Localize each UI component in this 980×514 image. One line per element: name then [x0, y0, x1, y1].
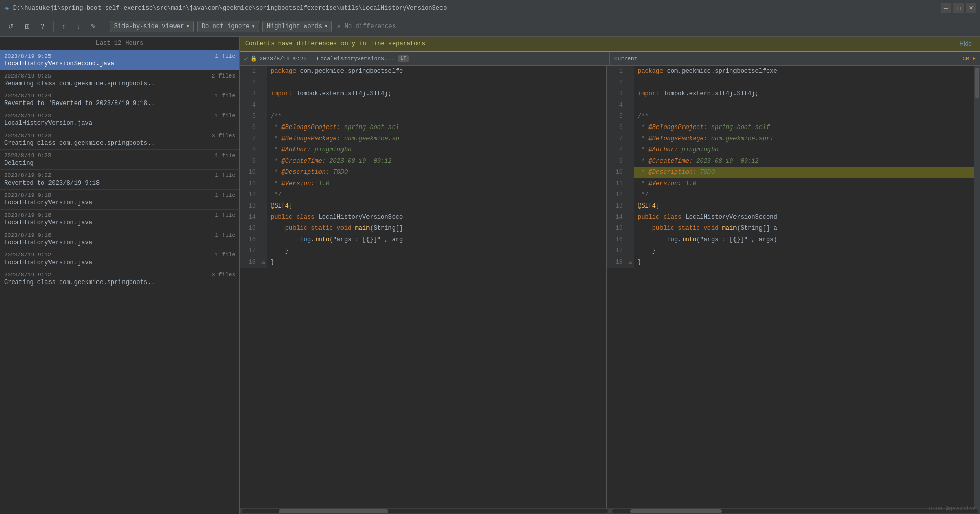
line-number: 4 — [240, 99, 260, 111]
history-panel: Last 12 Hours 2023/8/19 9:25 1 file Loca… — [0, 37, 240, 514]
right-file-name: Current — [614, 56, 638, 62]
history-item-filecount: 3 files — [212, 272, 235, 278]
line-number: 8 — [240, 144, 260, 156]
ignore-dropdown[interactable]: Do not ignore ▼ — [197, 21, 259, 32]
line-gutter — [260, 156, 267, 167]
maximize-button[interactable]: □ — [953, 3, 964, 13]
diff-right-pane: 1 package com.geekmice.springbootselfexe… — [607, 66, 974, 508]
line-number: 1 — [607, 66, 627, 77]
up-arrow-button[interactable]: ↑ — [58, 21, 69, 32]
line-content: /** — [634, 111, 974, 122]
line-content: import lombok.extern.slf4j.Slf4j; — [267, 88, 606, 99]
scroll-divider — [610, 509, 610, 513]
line-number: 3 — [240, 88, 260, 99]
line-gutter — [627, 99, 634, 111]
highlight-chevron-icon: ▼ — [325, 24, 327, 29]
viewer-dropdown[interactable]: Side-by-side viewer ▼ — [110, 21, 194, 32]
line-number: 10 — [607, 167, 627, 178]
line-content: * @CreateTime: 2023-08-19 09:12 — [634, 156, 974, 167]
close-button[interactable]: ✕ — [966, 3, 976, 13]
history-item-meta: 2023/8/19 9:24 1 file — [4, 93, 235, 99]
code-line: 4 — [240, 99, 606, 111]
code-line: 12 */ — [607, 189, 974, 200]
history-item[interactable]: 2023/8/19 9:12 1 file LocalHistoryVersio… — [0, 249, 239, 269]
code-line: 3 import lombok.extern.slf4j.Slf4j; — [240, 88, 606, 99]
line-number: 4 — [607, 99, 627, 111]
history-grid-button[interactable]: ⊞ — [20, 21, 34, 32]
line-gutter — [627, 144, 634, 156]
right-encoding-badge: CRLF — [963, 56, 976, 62]
line-content: import lombok.extern.slf4j.Slf4j; — [634, 88, 974, 99]
horizontal-scrollbar[interactable] — [240, 508, 980, 514]
history-item[interactable]: 2023/8/19 9:16 1 file LocalHistoryVersio… — [0, 210, 239, 229]
left-file-name: 2023/8/19 9:25 - LocalHistoryVersionS... — [259, 56, 394, 62]
line-content: * @CreateTime: 2023-08-19 09:12 — [267, 156, 606, 167]
down-arrow-button[interactable]: ↓ — [72, 21, 84, 32]
history-item[interactable]: 2023/8/19 9:25 1 file LocalHistoryVersio… — [0, 50, 239, 70]
history-item[interactable]: 2023/8/19 9:16 1 file LocalHistoryVersio… — [0, 229, 239, 249]
grid-icon: ⊞ — [24, 23, 30, 30]
line-number: 15 — [240, 223, 260, 234]
line-content: * @BelongsProject: spring-boot-self — [634, 122, 974, 133]
history-item[interactable]: 2023/8/19 9:23 3 files Creating class co… — [0, 130, 239, 150]
diff-scroll-area[interactable]: 1 package com.geekmice.springbootselfe 2… — [240, 66, 974, 508]
history-item[interactable]: 2023/8/19 9:22 1 file Reverted to 2023/8… — [0, 170, 239, 190]
line-content: } — [634, 245, 974, 256]
history-item-meta: 2023/8/19 9:23 3 files — [4, 133, 235, 139]
history-item-filecount: 1 file — [215, 152, 235, 159]
ignore-chevron-icon: ▼ — [252, 24, 255, 29]
pencil-icon: ✎ — [91, 23, 96, 30]
toolbar-sep-1 — [53, 21, 54, 32]
code-line: 14 public class LocalHistoryVersionSeco — [240, 212, 606, 223]
line-number: 15 — [607, 223, 627, 234]
history-item-description: LocalHistoryVersion.java — [4, 259, 235, 266]
main-layout: Last 12 Hours 2023/8/19 9:25 1 file Loca… — [0, 37, 980, 514]
line-content: public class LocalHistoryVersionSeco — [267, 212, 606, 223]
line-gutter — [260, 111, 267, 122]
line-gutter — [627, 133, 634, 144]
line-gutter — [627, 156, 634, 167]
help-button[interactable]: ? — [37, 21, 48, 32]
history-item[interactable]: 2023/8/19 9:23 1 file Deleting — [0, 150, 239, 170]
diff-left-pane: 1 package com.geekmice.springbootselfe 2… — [240, 66, 607, 508]
history-item[interactable]: 2023/8/19 9:25 2 files Renaming class co… — [0, 70, 239, 90]
hide-button[interactable]: Hide — [956, 39, 975, 48]
line-gutter: ⌂ — [627, 256, 634, 268]
history-item-timestamp: 2023/8/19 9:12 — [4, 272, 51, 278]
highlight-dropdown[interactable]: Highlight words ▼ — [262, 21, 332, 32]
line-gutter — [260, 99, 267, 111]
viewer-dropdown-label: Side-by-side viewer — [114, 23, 184, 30]
line-gutter — [260, 200, 267, 212]
minimize-button[interactable]: ─ — [941, 3, 951, 13]
history-item[interactable]: 2023/8/19 9:12 3 files Creating class co… — [0, 269, 239, 289]
up-icon: ↑ — [62, 23, 65, 30]
right-code-area: 1 package com.geekmice.springbootselfexe… — [607, 66, 974, 508]
line-content: * @BelongsPackage: com.geekmice.spri — [634, 133, 974, 144]
line-number: 9 — [240, 156, 260, 167]
line-number: 7 — [240, 133, 260, 144]
back-button[interactable]: ↺ — [4, 21, 17, 32]
code-line: 5 /** — [607, 111, 974, 122]
title-bar-path: D:\huasukeji\spring-boot-self-exercise\s… — [13, 5, 941, 12]
code-line: 3 import lombok.extern.slf4j.Slf4j; — [607, 88, 974, 99]
line-number: 5 — [240, 111, 260, 122]
history-item[interactable]: 2023/8/19 9:18 1 file LocalHistoryVersio… — [0, 190, 239, 210]
vertical-scrollbar[interactable] — [974, 66, 980, 508]
line-gutter — [260, 223, 267, 234]
code-line: 17 } — [240, 245, 606, 256]
line-content: log.info("args : [{}]" , args) — [634, 234, 974, 245]
history-item-meta: 2023/8/19 9:18 1 file — [4, 192, 235, 198]
line-gutter — [627, 122, 634, 133]
code-line: 18 ⌂ } — [240, 256, 606, 268]
line-gutter — [627, 212, 634, 223]
edit-button[interactable]: ✎ — [87, 21, 100, 32]
left-file-header: ✓ 🔒 2023/8/19 9:25 - LocalHistoryVersion… — [240, 52, 610, 65]
scroll-thumb-right — [630, 509, 722, 513]
history-item[interactable]: 2023/8/19 9:24 1 file Reverted to 'Rever… — [0, 90, 239, 110]
history-header: Last 12 Hours — [0, 37, 239, 50]
line-content: * @Version: 1.0 — [267, 178, 606, 189]
down-icon: ↓ — [77, 23, 80, 30]
history-item-filecount: 1 file — [215, 113, 235, 119]
code-line: 4 — [607, 99, 974, 111]
history-item[interactable]: 2023/8/19 9:23 1 file LocalHistoryVersio… — [0, 110, 239, 130]
